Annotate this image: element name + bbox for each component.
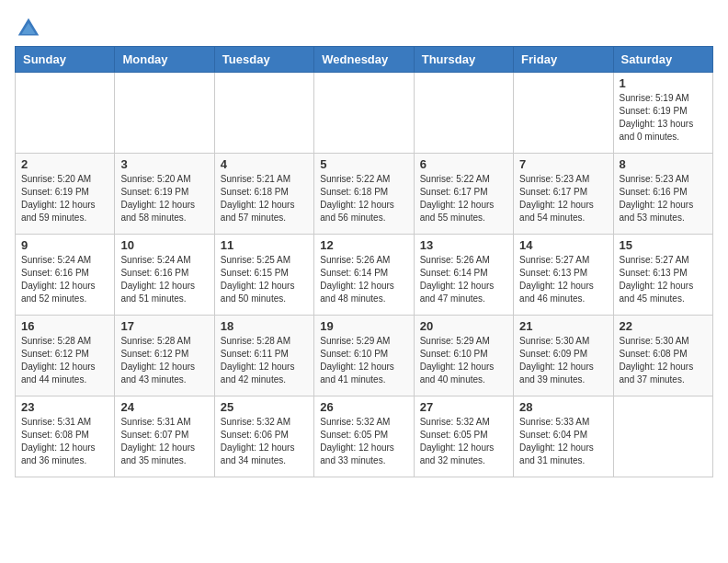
day-number: 16	[21, 319, 108, 333]
day-number: 23	[21, 400, 108, 414]
weekday-header-monday: Monday	[115, 47, 214, 73]
calendar-day-cell: 21Sunrise: 5:30 AMSunset: 6:09 PMDayligh…	[514, 316, 613, 396]
day-number: 17	[120, 319, 208, 333]
day-number: 5	[320, 157, 407, 171]
calendar-day-cell: 26Sunrise: 5:32 AMSunset: 6:05 PMDayligh…	[314, 396, 414, 477]
day-info: Sunrise: 5:33 AMSunset: 6:04 PMDaylight:…	[519, 416, 607, 467]
calendar-day-cell: 17Sunrise: 5:28 AMSunset: 6:12 PMDayligh…	[115, 316, 214, 396]
day-info: Sunrise: 5:20 AMSunset: 6:19 PMDaylight:…	[21, 173, 108, 224]
calendar-day-cell: 13Sunrise: 5:26 AMSunset: 6:14 PMDayligh…	[414, 235, 513, 316]
day-number: 7	[519, 157, 607, 171]
day-number: 10	[120, 238, 208, 252]
day-info: Sunrise: 5:28 AMSunset: 6:11 PMDaylight:…	[221, 335, 308, 386]
calendar-day-cell: 18Sunrise: 5:28 AMSunset: 6:11 PMDayligh…	[214, 316, 313, 396]
page-header	[15, 15, 713, 42]
day-info: Sunrise: 5:24 AMSunset: 6:16 PMDaylight:…	[21, 254, 108, 305]
calendar-day-cell: 27Sunrise: 5:32 AMSunset: 6:05 PMDayligh…	[414, 396, 513, 477]
day-info: Sunrise: 5:31 AMSunset: 6:07 PMDaylight:…	[120, 416, 208, 467]
calendar-day-cell: 14Sunrise: 5:27 AMSunset: 6:13 PMDayligh…	[514, 235, 613, 316]
calendar-day-cell: 8Sunrise: 5:23 AMSunset: 6:16 PMDaylight…	[613, 154, 712, 235]
day-number: 28	[519, 400, 607, 414]
calendar-day-cell: 25Sunrise: 5:32 AMSunset: 6:06 PMDayligh…	[214, 396, 313, 477]
day-info: Sunrise: 5:27 AMSunset: 6:13 PMDaylight:…	[620, 254, 707, 305]
day-number: 8	[620, 157, 707, 171]
day-number: 24	[120, 400, 208, 414]
logo	[15, 15, 46, 42]
day-info: Sunrise: 5:28 AMSunset: 6:12 PMDaylight:…	[120, 335, 208, 386]
calendar-day-cell: 20Sunrise: 5:29 AMSunset: 6:10 PMDayligh…	[414, 316, 513, 396]
calendar-day-cell: 15Sunrise: 5:27 AMSunset: 6:13 PMDayligh…	[613, 235, 712, 316]
calendar-day-cell: 23Sunrise: 5:31 AMSunset: 6:08 PMDayligh…	[16, 396, 115, 477]
day-number: 27	[420, 400, 507, 414]
day-number: 2	[21, 157, 108, 171]
day-info: Sunrise: 5:20 AMSunset: 6:19 PMDaylight:…	[120, 173, 208, 224]
day-number: 22	[620, 319, 707, 333]
day-info: Sunrise: 5:22 AMSunset: 6:17 PMDaylight:…	[420, 173, 507, 224]
day-info: Sunrise: 5:31 AMSunset: 6:08 PMDaylight:…	[21, 416, 108, 467]
day-info: Sunrise: 5:19 AMSunset: 6:19 PMDaylight:…	[620, 92, 707, 144]
calendar-table: SundayMondayTuesdayWednesdayThursdayFrid…	[15, 46, 713, 477]
calendar-day-cell	[514, 73, 613, 154]
calendar-day-cell: 12Sunrise: 5:26 AMSunset: 6:14 PMDayligh…	[314, 235, 414, 316]
day-info: Sunrise: 5:27 AMSunset: 6:13 PMDaylight:…	[519, 254, 607, 305]
day-info: Sunrise: 5:26 AMSunset: 6:14 PMDaylight:…	[320, 254, 407, 305]
day-info: Sunrise: 5:29 AMSunset: 6:10 PMDaylight:…	[420, 335, 507, 386]
calendar-day-cell: 24Sunrise: 5:31 AMSunset: 6:07 PMDayligh…	[115, 396, 214, 477]
day-number: 13	[420, 238, 507, 252]
calendar-day-cell: 2Sunrise: 5:20 AMSunset: 6:19 PMDaylight…	[16, 154, 115, 235]
day-number: 20	[420, 319, 507, 333]
calendar-day-cell: 5Sunrise: 5:22 AMSunset: 6:18 PMDaylight…	[314, 154, 414, 235]
calendar-day-cell: 22Sunrise: 5:30 AMSunset: 6:08 PMDayligh…	[613, 316, 712, 396]
weekday-header-friday: Friday	[514, 47, 613, 73]
weekday-header-saturday: Saturday	[613, 47, 712, 73]
day-info: Sunrise: 5:23 AMSunset: 6:17 PMDaylight:…	[519, 173, 607, 224]
calendar-day-cell: 1Sunrise: 5:19 AMSunset: 6:19 PMDaylight…	[613, 73, 712, 154]
day-info: Sunrise: 5:32 AMSunset: 6:05 PMDaylight:…	[320, 416, 407, 467]
day-info: Sunrise: 5:23 AMSunset: 6:16 PMDaylight:…	[620, 173, 707, 224]
calendar-header-row: SundayMondayTuesdayWednesdayThursdayFrid…	[16, 47, 713, 73]
calendar-week-row: 9Sunrise: 5:24 AMSunset: 6:16 PMDaylight…	[16, 235, 713, 316]
calendar-day-cell: 28Sunrise: 5:33 AMSunset: 6:04 PMDayligh…	[514, 396, 613, 477]
calendar-day-cell	[16, 73, 115, 154]
calendar-day-cell: 4Sunrise: 5:21 AMSunset: 6:18 PMDaylight…	[214, 154, 313, 235]
day-number: 3	[120, 157, 208, 171]
calendar-day-cell	[613, 396, 712, 477]
day-number: 14	[519, 238, 607, 252]
calendar-day-cell	[214, 73, 313, 154]
calendar-day-cell	[314, 73, 414, 154]
day-info: Sunrise: 5:24 AMSunset: 6:16 PMDaylight:…	[120, 254, 208, 305]
day-info: Sunrise: 5:32 AMSunset: 6:06 PMDaylight:…	[221, 416, 308, 467]
day-number: 12	[320, 238, 407, 252]
day-info: Sunrise: 5:25 AMSunset: 6:15 PMDaylight:…	[221, 254, 308, 305]
day-number: 25	[221, 400, 308, 414]
weekday-header-tuesday: Tuesday	[214, 47, 313, 73]
day-info: Sunrise: 5:22 AMSunset: 6:18 PMDaylight:…	[320, 173, 407, 224]
weekday-header-sunday: Sunday	[16, 47, 115, 73]
day-number: 19	[320, 319, 407, 333]
day-info: Sunrise: 5:26 AMSunset: 6:14 PMDaylight:…	[420, 254, 507, 305]
calendar-week-row: 23Sunrise: 5:31 AMSunset: 6:08 PMDayligh…	[16, 396, 713, 477]
calendar-week-row: 16Sunrise: 5:28 AMSunset: 6:12 PMDayligh…	[16, 316, 713, 396]
day-info: Sunrise: 5:32 AMSunset: 6:05 PMDaylight:…	[420, 416, 507, 467]
day-number: 11	[221, 238, 308, 252]
day-info: Sunrise: 5:30 AMSunset: 6:08 PMDaylight:…	[620, 335, 707, 386]
calendar-day-cell: 3Sunrise: 5:20 AMSunset: 6:19 PMDaylight…	[115, 154, 214, 235]
day-number: 1	[620, 76, 707, 90]
day-info: Sunrise: 5:29 AMSunset: 6:10 PMDaylight:…	[320, 335, 407, 386]
day-info: Sunrise: 5:30 AMSunset: 6:09 PMDaylight:…	[519, 335, 607, 386]
day-number: 26	[320, 400, 407, 414]
calendar-week-row: 2Sunrise: 5:20 AMSunset: 6:19 PMDaylight…	[16, 154, 713, 235]
calendar-day-cell: 7Sunrise: 5:23 AMSunset: 6:17 PMDaylight…	[514, 154, 613, 235]
day-number: 21	[519, 319, 607, 333]
day-number: 6	[420, 157, 507, 171]
day-info: Sunrise: 5:21 AMSunset: 6:18 PMDaylight:…	[221, 173, 308, 224]
calendar-day-cell: 9Sunrise: 5:24 AMSunset: 6:16 PMDaylight…	[16, 235, 115, 316]
day-info: Sunrise: 5:28 AMSunset: 6:12 PMDaylight:…	[21, 335, 108, 386]
calendar-day-cell	[414, 73, 513, 154]
weekday-header-wednesday: Wednesday	[314, 47, 414, 73]
logo-icon	[15, 15, 42, 42]
day-number: 9	[21, 238, 108, 252]
day-number: 15	[620, 238, 707, 252]
calendar-day-cell: 11Sunrise: 5:25 AMSunset: 6:15 PMDayligh…	[214, 235, 313, 316]
calendar-day-cell: 6Sunrise: 5:22 AMSunset: 6:17 PMDaylight…	[414, 154, 513, 235]
